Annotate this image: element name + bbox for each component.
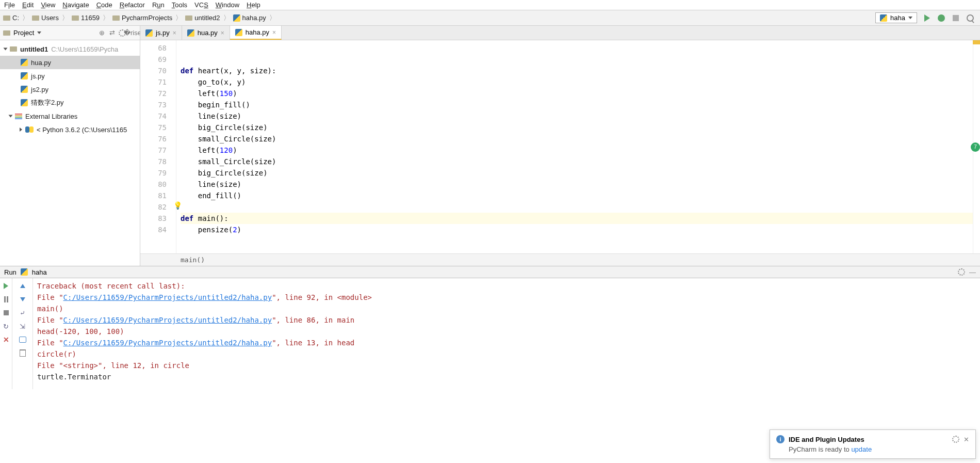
menu-refactor[interactable]: Refactor xyxy=(120,1,145,9)
code-line[interactable]: end_fill() xyxy=(181,190,973,201)
code-area[interactable]: 💡 def heart(x, y, size): go_to(x, y) lef… xyxy=(176,40,973,253)
code-line[interactable]: small_Circle(size) xyxy=(181,133,973,145)
line-number[interactable]: 71 xyxy=(140,76,176,88)
hide-icon[interactable]: �rise xyxy=(128,29,137,37)
clear-button[interactable] xyxy=(18,348,27,358)
line-gutter[interactable]: 6869707172737475767778798081828384 xyxy=(140,40,176,253)
line-number[interactable]: 80 xyxy=(140,179,176,190)
up-stack-button[interactable] xyxy=(18,281,27,291)
scroll-from-source-icon[interactable]: ⇄ xyxy=(108,29,116,37)
line-number[interactable]: 78 xyxy=(140,156,176,167)
line-number[interactable]: 72 xyxy=(140,88,176,99)
line-number[interactable]: 69 xyxy=(140,54,176,65)
menu-tools[interactable]: Tools xyxy=(172,1,187,9)
project-file[interactable]: js2.py xyxy=(0,83,140,96)
console-line[interactable]: File "C:/Users/11659/PycharmProjects/unt… xyxy=(37,337,976,348)
code-line[interactable]: big_Circle(size) xyxy=(181,122,973,133)
expand-icon[interactable] xyxy=(20,127,22,132)
console-line[interactable]: File "<string>", line 12, in circle xyxy=(37,360,976,371)
code-line[interactable]: pensize(2) xyxy=(181,224,973,235)
editor-tab[interactable]: js.py× xyxy=(140,26,182,40)
code-line[interactable] xyxy=(181,201,973,213)
soft-wrap-button[interactable]: ⤶ xyxy=(18,308,27,317)
close-tab-icon[interactable]: × xyxy=(173,29,176,37)
expand-icon[interactable] xyxy=(4,48,8,51)
menu-file[interactable]: File xyxy=(4,1,15,9)
code-line[interactable]: left(120) xyxy=(181,145,973,156)
stop-button[interactable] xyxy=(2,308,11,317)
stack-trace-link[interactable]: C:/Users/11659/PycharmProjects/untitled2… xyxy=(63,293,272,301)
breadcrumb-segment[interactable]: PycharmProjects xyxy=(122,14,172,22)
menu-help[interactable]: Help xyxy=(247,1,260,9)
console-line[interactable]: Traceback (most recent call last): xyxy=(37,280,976,292)
restart-button[interactable]: ↻ xyxy=(2,322,11,331)
code-line[interactable] xyxy=(181,42,973,54)
code-line[interactable]: line(size) xyxy=(181,110,973,122)
close-button[interactable]: ✕ xyxy=(2,335,11,344)
close-tab-icon[interactable]: × xyxy=(272,29,276,36)
gear-icon[interactable] xyxy=(952,436,959,443)
line-number[interactable]: 84 xyxy=(140,224,176,235)
project-file[interactable]: 猜数字2.py xyxy=(0,96,140,109)
rerun-button[interactable] xyxy=(2,281,11,291)
code-line[interactable]: go_to(x, y) xyxy=(181,76,973,88)
project-file[interactable]: js.py xyxy=(0,69,140,83)
console-line[interactable]: circle(r) xyxy=(37,348,976,360)
line-number[interactable]: 68 xyxy=(140,42,176,54)
search-everywhere-button[interactable] xyxy=(966,13,975,23)
breadcrumb-segment[interactable]: 11659 xyxy=(81,14,100,22)
console-line[interactable]: File "C:/Users/11659/PycharmProjects/unt… xyxy=(37,314,976,326)
gear-icon[interactable] xyxy=(958,268,965,276)
line-number[interactable]: 74 xyxy=(140,110,176,122)
print-button[interactable] xyxy=(18,335,27,344)
menu-vcs[interactable]: VCS xyxy=(194,1,208,9)
menu-window[interactable]: Window xyxy=(216,1,239,9)
project-tree[interactable]: untitled1 C:\Users\11659\Pycha hua.pyjs.… xyxy=(0,40,140,266)
project-tool-header[interactable]: Project ⊕ ⇄ �rise xyxy=(0,26,140,40)
code-with-me-badge[interactable]: 7 xyxy=(971,142,980,152)
external-libraries[interactable]: External Libraries xyxy=(0,109,140,123)
line-number[interactable]: 75 xyxy=(140,122,176,133)
editor-tab[interactable]: hua.py× xyxy=(182,26,230,40)
line-number[interactable]: 79 xyxy=(140,167,176,179)
console-line[interactable]: turtle.Terminator xyxy=(37,371,976,382)
project-root[interactable]: untitled1 C:\Users\11659\Pycha xyxy=(0,42,140,56)
stack-trace-link[interactable]: C:/Users/11659/PycharmProjects/untitled2… xyxy=(63,316,272,324)
code-line[interactable]: big_Circle(size) xyxy=(181,167,973,179)
breadcrumb-segment[interactable]: untitled2 xyxy=(194,14,220,22)
stop-button[interactable] xyxy=(951,13,960,23)
console-line[interactable]: head(-120, 100, 100) xyxy=(37,326,976,337)
code-line[interactable]: def main(): xyxy=(181,213,973,224)
update-link[interactable]: update xyxy=(851,445,872,453)
line-number[interactable]: 70 xyxy=(140,65,176,76)
warning-marker[interactable] xyxy=(973,40,980,44)
python-sdk[interactable]: < Python 3.6.2 (C:\Users\1165 xyxy=(0,123,140,136)
breadcrumb-segment[interactable]: haha.py xyxy=(242,14,266,22)
code-editor[interactable]: 6869707172737475767778798081828384 💡 def… xyxy=(140,40,980,253)
menu-edit[interactable]: Edit xyxy=(22,1,34,9)
close-icon[interactable]: ✕ xyxy=(963,436,969,443)
down-stack-button[interactable] xyxy=(18,295,27,304)
menu-navigate[interactable]: Navigate xyxy=(62,1,89,9)
code-line[interactable]: small_Circle(size) xyxy=(181,156,973,167)
pause-button[interactable] xyxy=(2,295,11,304)
code-line[interactable]: begin_fill() xyxy=(181,99,973,110)
menu-code[interactable]: Code xyxy=(96,1,112,9)
editor-tab[interactable]: haha.py× xyxy=(230,26,282,40)
debug-button[interactable] xyxy=(937,13,946,23)
line-number[interactable]: 77 xyxy=(140,145,176,156)
breadcrumb[interactable]: C:〉 Users〉 11659〉 PycharmProjects〉 untit… xyxy=(0,10,280,25)
project-file[interactable]: hua.py xyxy=(0,56,140,69)
code-line[interactable]: line(size) xyxy=(181,179,973,190)
line-number[interactable]: 73 xyxy=(140,99,176,110)
console-line[interactable]: main() xyxy=(37,303,976,314)
code-line[interactable]: left(150) xyxy=(181,88,973,99)
line-number[interactable]: 76 xyxy=(140,133,176,145)
console-line[interactable]: File "C:/Users/11659/PycharmProjects/unt… xyxy=(37,292,976,303)
intention-bulb-icon[interactable]: 💡 xyxy=(173,201,182,210)
breadcrumb-segment[interactable]: C: xyxy=(12,14,19,22)
console-output[interactable]: Traceback (most recent call last): File … xyxy=(33,278,980,389)
line-number[interactable]: 83 xyxy=(140,213,176,224)
stack-trace-link[interactable]: C:/Users/11659/PycharmProjects/untitled2… xyxy=(63,339,272,347)
run-tool-header[interactable]: Run haha — xyxy=(0,266,980,278)
